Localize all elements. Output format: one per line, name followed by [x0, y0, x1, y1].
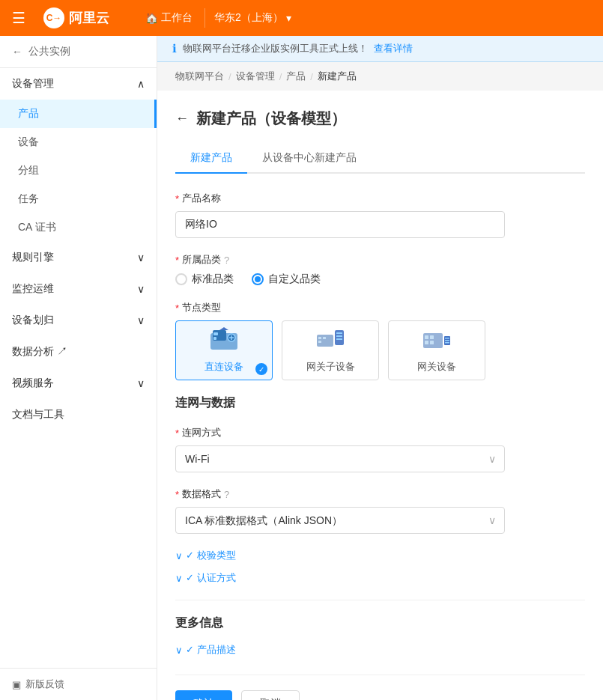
section-device-management: 设备管理 ∧ 产品 设备 分组 任务 CA 证书 — [0, 68, 157, 242]
verify-type-link[interactable]: ∨ ✓ 校验类型 — [175, 549, 585, 562]
breadcrumb-product[interactable]: 产品 — [286, 70, 306, 83]
tab-from-center-label: 从设备中心新建产品 — [262, 151, 357, 163]
category-help-icon[interactable]: ? — [224, 255, 229, 266]
node-type-label: * 节点类型 — [175, 301, 585, 314]
section-docs: 文档与工具 — [0, 399, 157, 430]
node-direct-device[interactable]: 直连设备 ✓ — [175, 320, 273, 380]
rule-engine-label: 规则引擎 — [12, 251, 54, 264]
connectivity-field: * 连网方式 Wi-Fi 以太网 2G/3G/4G/5G LoRa 其他 ∨ — [175, 426, 585, 472]
tab-new-product-label: 新建产品 — [190, 151, 232, 163]
verify-type-label: ✓ 校验类型 — [186, 549, 236, 562]
device-assign-label: 设备划归 — [12, 314, 54, 327]
product-name-input[interactable] — [175, 211, 505, 238]
info-icon: ℹ — [172, 42, 177, 55]
video-label: 视频服务 — [12, 377, 54, 390]
chevron-down-icon: ∨ — [175, 573, 183, 584]
sidebar-footer[interactable]: ▣ 新版反馈 — [0, 668, 157, 700]
category-label-text: 所属品类 — [182, 253, 221, 267]
more-info-title: 更多信息 — [175, 615, 585, 631]
action-buttons: 确认 取消 — [175, 675, 585, 700]
node-gateway[interactable]: 网关设备 — [388, 320, 485, 380]
sidebar-item-ca-cert[interactable]: CA 证书 — [0, 213, 157, 242]
data-format-help-icon[interactable]: ? — [224, 489, 229, 500]
docs-label: 文档与工具 — [12, 408, 64, 421]
chevron-down-icon: ▾ — [286, 12, 291, 24]
section-header-docs[interactable]: 文档与工具 — [0, 399, 157, 430]
product-name-field: * 产品名称 — [175, 192, 585, 238]
back-arrow-icon: ← — [12, 46, 22, 58]
gateway-sub-label: 网关子设备 — [306, 360, 355, 374]
node-type-group: 直连设备 ✓ — [175, 320, 585, 380]
workbench-label: 工作台 — [161, 11, 193, 25]
radio-custom-label: 自定义品类 — [268, 273, 321, 286]
svg-rect-18 — [425, 341, 428, 344]
svg-rect-22 — [445, 342, 449, 344]
svg-rect-17 — [430, 335, 434, 339]
public-instance-label: 公共实例 — [28, 45, 70, 58]
chevron-down-icon: ∨ — [137, 252, 145, 264]
breadcrumb-device-mgmt[interactable]: 设备管理 — [236, 70, 275, 83]
connectivity-select[interactable]: Wi-Fi 以太网 2G/3G/4G/5G LoRa 其他 — [175, 445, 505, 472]
svg-rect-4 — [213, 337, 216, 340]
menu-icon[interactable]: ☰ — [12, 9, 25, 27]
product-desc-link[interactable]: ∨ ✓ 产品描述 — [175, 643, 585, 657]
radio-custom-category[interactable]: 自定义品类 — [252, 273, 321, 286]
data-format-select[interactable]: ICA 标准数据格式（Alink JSON） 透传/自定义 — [175, 507, 505, 534]
breadcrumb: 物联网平台 / 设备管理 / 产品 / 新建产品 — [157, 62, 603, 91]
back-arrow-button[interactable]: ← — [175, 111, 189, 127]
section-rule-engine: 规则引擎 ∨ — [0, 242, 157, 273]
connectivity-select-wrapper: Wi-Fi 以太网 2G/3G/4G/5G LoRa 其他 ∨ — [175, 445, 505, 472]
chevron-up-icon: ∧ — [137, 78, 145, 90]
section-header-video[interactable]: 视频服务 ∨ — [0, 368, 157, 399]
svg-rect-8 — [318, 337, 321, 339]
workbench-nav[interactable]: 🏠 工作台 — [136, 8, 201, 28]
section-header-monitor[interactable]: 监控运维 ∨ — [0, 273, 157, 305]
main-layout: ← 公共实例 设备管理 ∧ 产品 设备 分组 任务 CA 证书 — [0, 36, 603, 700]
svg-rect-10 — [318, 341, 321, 343]
ca-cert-label: CA 证书 — [18, 221, 56, 234]
logo-text: 阿里云 — [69, 9, 109, 27]
title-text: 新建产品（设备模型） — [196, 109, 346, 129]
category-label: * 所属品类 ? — [175, 253, 585, 267]
node-gateway-sub[interactable]: 网关子设备 — [282, 320, 379, 380]
chevron-down-icon: ∨ — [137, 283, 145, 295]
divider — [175, 600, 585, 600]
tabs: 新建产品 从设备中心新建产品 — [175, 144, 585, 174]
header-nav: 🏠 工作台 华东2（上海） ▾ — [136, 8, 300, 28]
sidebar-item-task[interactable]: 任务 — [0, 185, 157, 213]
radio-standard-category[interactable]: 标准品类 — [175, 273, 234, 286]
section-header-data-analysis[interactable]: 数据分析 ↗ — [0, 336, 157, 368]
public-instance[interactable]: ← 公共实例 — [0, 36, 157, 68]
breadcrumb-iot[interactable]: 物联网平台 — [175, 70, 224, 83]
auth-method-label: ✓ 认证方式 — [186, 571, 236, 585]
product-label: 产品 — [18, 107, 39, 121]
sidebar-item-product[interactable]: 产品 — [0, 100, 157, 128]
sidebar-item-device[interactable]: 设备 — [0, 128, 157, 156]
svg-marker-2 — [219, 327, 228, 330]
chevron-down-icon: ∨ — [137, 314, 145, 326]
header: ☰ C→ 阿里云 🏠 工作台 华东2（上海） ▾ — [0, 0, 603, 36]
content-area: ℹ 物联网平台迁移企业版实例工具正式上线！ 查看详情 物联网平台 / 设备管理 … — [157, 36, 603, 700]
node-type-field: * 节点类型 — [175, 301, 585, 380]
confirm-button[interactable]: 确认 — [175, 690, 232, 700]
chevron-down-icon: ∨ — [137, 377, 145, 389]
section-header-device-management[interactable]: 设备管理 ∧ — [0, 68, 157, 100]
tab-new-product[interactable]: 新建产品 — [175, 144, 247, 174]
section-header-rule-engine[interactable]: 规则引擎 ∨ — [0, 242, 157, 273]
tab-from-device-center[interactable]: 从设备中心新建产品 — [247, 144, 372, 174]
cancel-button[interactable]: 取消 — [241, 690, 300, 700]
direct-device-icon — [209, 327, 239, 354]
sidebar-item-group[interactable]: 分组 — [0, 156, 157, 185]
svg-rect-19 — [430, 341, 434, 344]
section-header-device-assign[interactable]: 设备划归 ∨ — [0, 305, 157, 336]
region-selector[interactable]: 华东2（上海） ▾ — [204, 8, 300, 28]
device-label: 设备 — [18, 136, 39, 149]
notice-link[interactable]: 查看详情 — [374, 42, 413, 55]
chevron-down-icon: ∨ — [175, 645, 183, 656]
section-video: 视频服务 ∨ — [0, 368, 157, 399]
auth-method-link[interactable]: ∨ ✓ 认证方式 — [175, 571, 585, 585]
connectivity-label-text: 连网方式 — [182, 426, 221, 439]
task-label: 任务 — [18, 192, 39, 206]
radio-custom-circle — [252, 273, 264, 285]
logo-icon: C→ — [43, 7, 64, 28]
